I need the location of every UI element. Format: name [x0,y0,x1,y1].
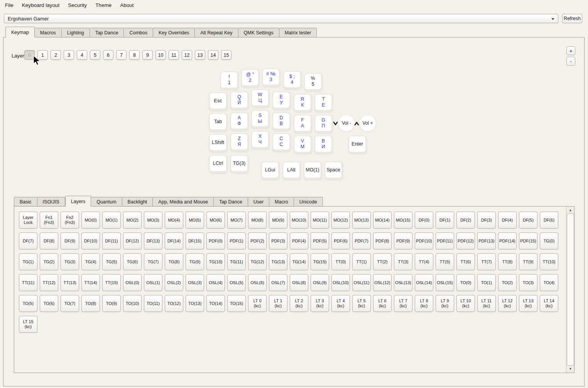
keycode-fn1-fn3[interactable]: Fn1 (Fn3) [40,212,58,229]
keycode-lt-9-kc[interactable]: LT 9 (kc) [436,295,454,312]
keycode-pdf-9[interactable]: PDF(9) [394,232,412,249]
keycode-to-10[interactable]: TO(10) [123,295,142,312]
keycode-df-1[interactable]: DF(1) [436,212,454,229]
menu-item-file[interactable]: File [1,2,18,8]
keycode-df-0[interactable]: DF(0) [415,212,433,229]
layer-button-10[interactable]: 10 [155,50,166,60]
keycode-tt-2[interactable]: TT(2) [373,253,392,270]
tab-lighting[interactable]: Lighting [62,28,90,37]
key-mo1[interactable]: MO(1) [303,161,323,181]
keycode-tab-macro[interactable]: Macro [269,197,294,207]
keycode-lt-11-kc[interactable]: LT 11 (kc) [477,295,496,312]
keycode-pdf-10[interactable]: PDF(10) [415,232,433,249]
keycode-tab-app-media-and-mouse[interactable]: App, Media and Mouse [153,197,214,207]
keycode-pdf-13[interactable]: PDF(13) [477,232,496,249]
key-t[interactable]: TЕ [314,94,333,113]
keycode-tg-7[interactable]: TG(7) [144,253,162,270]
layer-button-2[interactable]: 2 [51,50,61,60]
menu-item-keyboard-layout[interactable]: Keyboard layout [18,2,64,8]
keycode-tab-unicode[interactable]: Unicode [294,197,323,207]
encoder-vol-up[interactable]: Vol + [359,115,377,132]
keycode-tab-backlight[interactable]: Backlight [122,197,153,207]
keycode-to-3[interactable]: TO(3) [519,274,537,291]
keycode-tg-1[interactable]: TG(1) [19,253,37,270]
keycode-tt-3[interactable]: TT(3) [394,253,412,270]
menu-item-theme[interactable]: Theme [91,2,116,8]
keycode-lt-2-kc[interactable]: LT 2 (kc) [290,295,308,312]
key-b[interactable]: BИ [314,136,333,155]
key-e[interactable]: EУ [272,91,291,111]
keycode-pdf-11[interactable]: PDF(11) [436,232,454,249]
key-w[interactable]: WЦ [251,89,270,108]
key-1[interactable]: !1 [220,71,239,91]
keycode-lt-1-kc[interactable]: LT 1 (kc) [269,295,287,312]
key-d[interactable]: DВ [272,112,291,132]
keycode-tg-6[interactable]: TG(6) [123,253,142,270]
keycode-df-8[interactable]: DF(8) [40,232,58,249]
keycode-to-5[interactable]: TO(5) [19,295,37,312]
keycode-lt-13-kc[interactable]: LT 13 (kc) [519,295,537,312]
key-lctrl[interactable]: LCtrl [209,155,228,174]
keycode-mo-4[interactable]: MO(4) [165,212,183,229]
keycode-tab-user[interactable]: User [248,197,269,207]
keycode-to-4[interactable]: TO(4) [540,274,558,291]
keycode-mo-10[interactable]: MO(10) [290,212,308,229]
keycode-tab-layers[interactable]: Layers [65,196,91,207]
keycode-mo-8[interactable]: MO(8) [248,212,267,229]
zoom-out-button[interactable]: - [566,57,575,66]
keycode-to-12[interactable]: TO(12) [165,295,183,312]
keycode-to-6[interactable]: TO(6) [40,295,58,312]
scrollbar-thumb[interactable] [567,213,574,366]
keycode-tt-1[interactable]: TT(1) [352,253,371,270]
keycode-to-9[interactable]: TO(9) [102,295,121,312]
keycode-pdf-14[interactable]: PDF(14) [498,232,517,249]
keycode-pdf-5[interactable]: PDF(5) [311,232,329,249]
menu-item-security[interactable]: Security [64,2,91,8]
keycode-fn2-fn3[interactable]: Fn2 (Fn3) [61,212,79,229]
keycode-mo-3[interactable]: MO(3) [144,212,162,229]
key-3[interactable]: # №3 [262,68,281,88]
key-lgui[interactable]: LGui [261,161,280,181]
keycode-osl-2[interactable]: OSL(2) [165,274,183,291]
keycode-df-7[interactable]: DF(7) [19,232,37,249]
keycode-tt-12[interactable]: TT(12) [40,274,58,291]
keycode-to-0[interactable]: TO(0) [456,274,475,291]
keycode-lt-14-kc[interactable]: LT 14 (kc) [540,295,558,312]
keycode-tt-5[interactable]: TT(5) [436,253,454,270]
key-r[interactable]: RК [293,94,313,113]
keycode-mo-9[interactable]: MO(9) [269,212,287,229]
keycode-tg-14[interactable]: TG(14) [290,253,308,270]
keycode-tt-14[interactable]: TT(14) [81,274,100,291]
keycode-tg-12[interactable]: TG(12) [248,253,267,270]
key-4[interactable]: $ ;4 [283,71,302,90]
keycode-lt-15-kc[interactable]: LT 15 (kc) [19,316,37,333]
keycode-lt-8-kc[interactable]: LT 8 (kc) [415,295,433,312]
keycode-mo-13[interactable]: MO(13) [352,212,371,229]
keycode-df-6[interactable]: DF(6) [540,212,558,229]
keycode-osl-5[interactable]: OSL(5) [227,274,246,291]
keycode-tg-15[interactable]: TG(15) [311,253,329,270]
keycode-tg-10[interactable]: TG(10) [206,253,225,270]
layer-button-6[interactable]: 6 [103,50,113,60]
keycode-lt-4-kc[interactable]: LT 4 (kc) [331,295,350,312]
zoom-in-button[interactable]: + [566,46,575,55]
keycode-tg-11[interactable]: TG(11) [227,253,246,270]
key-lshift[interactable]: LShift [209,134,228,153]
keycode-df-14[interactable]: DF(14) [165,232,183,249]
tab-keymap[interactable]: Keymap [5,27,35,37]
key-tab[interactable]: Tab [209,113,228,132]
keycode-tg-3[interactable]: TG(3) [61,253,79,270]
keycode-tg-5[interactable]: TG(5) [102,253,121,270]
key-g[interactable]: GП [314,115,333,134]
key-esc[interactable]: Esc [209,92,228,112]
layer-button-12[interactable]: 12 [182,50,192,60]
keycode-lt-0-kc[interactable]: LT 0 (kc) [248,295,267,312]
keycode-pdf-12[interactable]: PDF(12) [456,232,475,249]
keycode-tab-quantum[interactable]: Quantum [91,197,122,207]
keycode-pdf-4[interactable]: PDF(4) [290,232,308,249]
encoder-vol-down[interactable]: Vol - [338,115,355,132]
keycode-tt-4[interactable]: TT(4) [415,253,433,270]
keycode-tg-2[interactable]: TG(2) [40,253,58,270]
key-tg3[interactable]: TG(3) [230,155,249,174]
layer-button-4[interactable]: 4 [77,50,87,60]
